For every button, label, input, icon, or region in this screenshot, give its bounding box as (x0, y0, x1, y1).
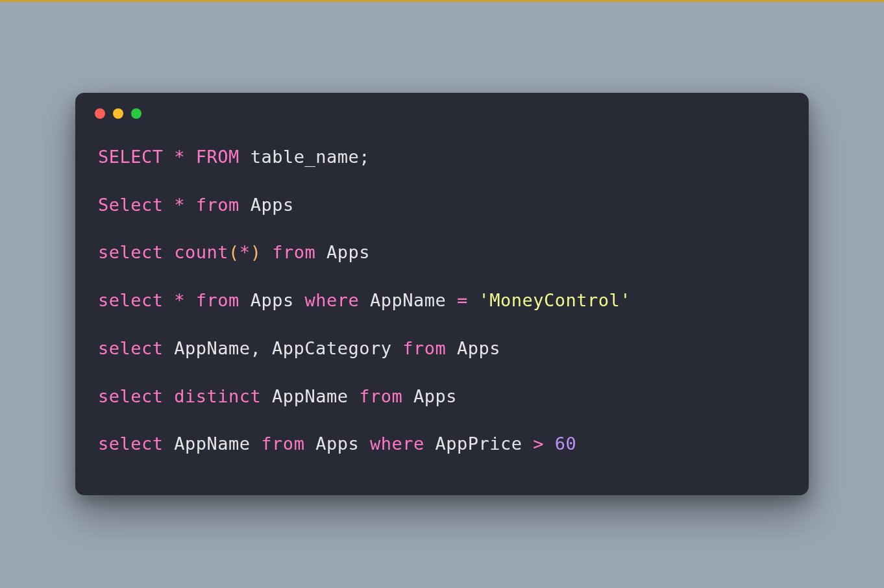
code-token (185, 290, 196, 310)
code-token: > (533, 434, 544, 454)
code-token: Apps (239, 290, 305, 310)
code-token: FROM (196, 147, 239, 167)
code-token: select (98, 290, 164, 310)
code-token: from (196, 290, 239, 310)
code-token: Select (98, 195, 164, 215)
code-token: AppName (164, 434, 262, 454)
code-token (164, 195, 175, 215)
code-token: from (261, 434, 304, 454)
code-token: select (98, 338, 164, 358)
code-token: Apps (446, 338, 500, 358)
code-token (164, 290, 175, 310)
code-token: where (370, 434, 424, 454)
top-accent-border (0, 0, 884, 2)
code-token: * (174, 195, 185, 215)
code-token: ( (228, 242, 239, 262)
code-line: select AppName from Apps where AppPrice … (98, 432, 786, 456)
minimize-icon[interactable] (113, 108, 123, 119)
code-token: Apps (304, 434, 370, 454)
window-title-bar (75, 93, 809, 125)
code-token: select (98, 434, 164, 454)
close-icon[interactable] (95, 108, 105, 119)
code-token: Apps (239, 195, 294, 215)
code-token: AppPrice (424, 434, 534, 454)
code-token (185, 147, 196, 167)
code-token: AppName (359, 290, 457, 310)
code-token: from (402, 338, 446, 358)
code-line: Select * from Apps (98, 193, 786, 217)
code-token: count (174, 242, 228, 262)
code-token (164, 147, 175, 167)
code-token: from (196, 195, 239, 215)
code-token: = (457, 290, 468, 310)
code-token (164, 386, 175, 406)
code-token: select (98, 386, 164, 406)
code-token: distinct (174, 386, 261, 406)
code-line: select distinct AppName from Apps (98, 384, 786, 409)
code-token (544, 434, 555, 454)
code-window: SELECT * FROM table_name;Select * from A… (75, 93, 809, 496)
code-token: AppName, AppCategory (164, 338, 403, 358)
code-token (468, 290, 479, 310)
code-token: table_name; (239, 147, 370, 167)
code-token: from (359, 386, 402, 406)
code-line: select count(*) from Apps (98, 240, 786, 265)
code-token: select (98, 242, 164, 262)
code-token: 'MoneyControl' (479, 290, 632, 310)
code-token: 60 (555, 434, 577, 454)
code-token: ) (251, 242, 262, 262)
code-token (261, 242, 272, 262)
code-token: where (304, 290, 359, 310)
code-line: select * from Apps where AppName = 'Mone… (98, 288, 786, 313)
code-token: AppName (261, 386, 359, 406)
code-area: SELECT * FROM table_name;Select * from A… (75, 125, 809, 496)
code-token (185, 195, 196, 215)
code-token: * (174, 290, 185, 310)
code-token: Apps (402, 386, 457, 406)
code-token: * (174, 147, 185, 167)
code-line: select AppName, AppCategory from Apps (98, 336, 786, 361)
code-token: SELECT (98, 147, 164, 167)
maximize-icon[interactable] (131, 108, 141, 119)
code-token: * (239, 242, 251, 262)
code-line: SELECT * FROM table_name; (98, 145, 786, 169)
code-token: Apps (315, 242, 370, 262)
code-token (164, 242, 175, 262)
code-token: from (272, 242, 315, 262)
